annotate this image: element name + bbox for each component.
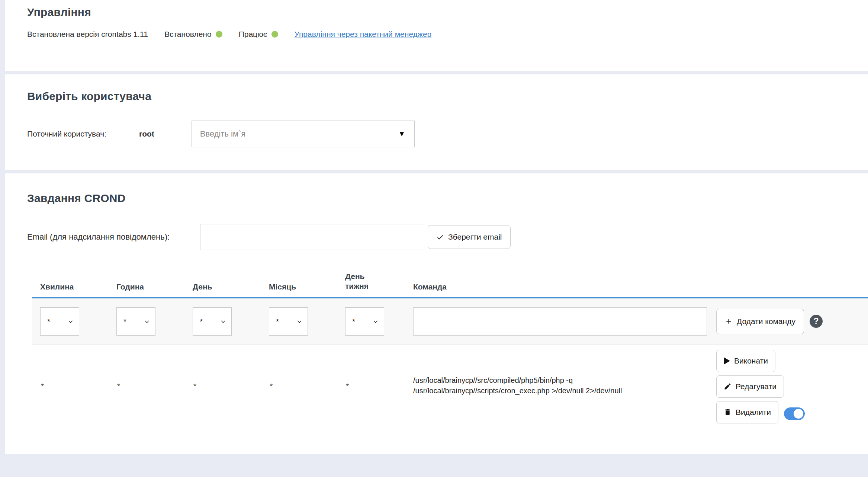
run-task-button-label: Виконати xyxy=(734,356,768,365)
command-input[interactable] xyxy=(413,307,707,336)
header-month: Місяць xyxy=(261,272,337,297)
select-user-panel: Виберіть користувача Поточний користувач… xyxy=(5,74,868,170)
current-user-row: Поточний користувач: root Введіть ім`я ▼ xyxy=(27,121,868,147)
email-input[interactable] xyxy=(200,224,423,250)
running-status-label: Працює xyxy=(239,30,267,39)
minute-select[interactable]: * xyxy=(40,307,79,336)
play-icon xyxy=(724,357,730,365)
cron-table: Хвилина Година День Місяць День тижня Ко… xyxy=(32,272,867,429)
running-status-dot-icon xyxy=(271,31,278,38)
installed-version-label: Встановлена версія crontabs 1.11 xyxy=(27,30,148,39)
save-email-button-label: Зберегти email xyxy=(448,233,502,241)
header-day: День xyxy=(184,272,261,297)
task-command-value: /usr/local/brainycp//src/compiled/php5/b… xyxy=(413,345,716,429)
save-email-button[interactable]: Зберегти email xyxy=(428,225,511,249)
new-task-weekday-cell: * xyxy=(337,298,413,345)
installed-status-label: Встановлено xyxy=(164,30,212,39)
help-icon[interactable]: ? xyxy=(810,315,823,328)
header-hour: Година xyxy=(108,272,184,297)
current-user-label: Поточний користувач: xyxy=(27,129,106,138)
new-task-day-cell: * xyxy=(184,298,261,345)
user-select-placeholder: Введіть ім`я xyxy=(200,129,398,139)
chevron-down-icon xyxy=(220,318,226,324)
edit-task-button[interactable]: Редагувати xyxy=(716,375,784,398)
email-label: Email (для надсилання повідомлень): xyxy=(27,232,200,242)
new-task-minute-cell: * xyxy=(32,298,108,345)
task-minute-value: * xyxy=(32,345,108,429)
task-actions-cell: Виконати Редагувати Видалити xyxy=(716,345,868,429)
day-select[interactable]: * xyxy=(193,307,232,336)
management-status-row: Встановлена версія crontabs 1.11 Встанов… xyxy=(27,30,868,39)
header-weekday: День тижня xyxy=(337,272,413,297)
task-weekday-value: * xyxy=(337,345,413,429)
current-user-value: root xyxy=(139,129,154,138)
chevron-down-icon xyxy=(296,318,302,324)
caret-down-icon: ▼ xyxy=(398,130,405,138)
delete-task-button[interactable]: Видалити xyxy=(716,401,778,423)
add-command-button-label: Додати команду xyxy=(737,317,795,326)
header-actions-spacer xyxy=(716,272,868,297)
crond-title: Завдання CROND xyxy=(27,192,868,205)
month-select[interactable]: * xyxy=(269,307,308,336)
select-user-title: Виберіть користувача xyxy=(27,90,868,103)
trash-icon xyxy=(724,408,732,416)
management-title: Управління xyxy=(27,6,868,19)
email-row: Email (для надсилання повідомлень): Збер… xyxy=(27,224,868,250)
installed-status: Встановлено xyxy=(164,30,222,39)
new-task-command-cell xyxy=(413,298,716,345)
run-task-button[interactable]: Виконати xyxy=(716,350,775,372)
new-task-month-cell: * xyxy=(261,298,337,345)
edit-task-button-label: Редагувати xyxy=(736,382,777,391)
task-month-value: * xyxy=(261,345,337,429)
hour-select[interactable]: * xyxy=(116,307,155,336)
chevron-down-icon xyxy=(68,318,74,324)
crond-tasks-panel: Завдання CROND Email (для надсилання пов… xyxy=(5,173,868,454)
chevron-down-icon xyxy=(144,318,150,324)
new-task-hour-cell: * xyxy=(108,298,184,345)
user-select-dropdown[interactable]: Введіть ім`я ▼ xyxy=(192,121,415,147)
task-enabled-toggle[interactable] xyxy=(784,407,805,420)
add-command-button[interactable]: Додати команду xyxy=(716,309,804,334)
plus-icon xyxy=(725,317,733,325)
package-manager-link[interactable]: Управління через пакетний менеджер xyxy=(295,30,432,39)
management-panel: Управління Встановлена версія crontabs 1… xyxy=(5,0,868,71)
task-hour-value: * xyxy=(108,345,184,429)
header-command: Команда xyxy=(413,272,716,297)
task-day-value: * xyxy=(184,345,261,429)
new-task-actions-cell: Додати команду ? xyxy=(716,298,868,345)
toggle-knob xyxy=(794,409,803,419)
weekday-select[interactable]: * xyxy=(345,307,384,336)
pencil-icon xyxy=(724,382,732,390)
check-icon xyxy=(436,233,444,241)
header-minute: Хвилина xyxy=(32,272,108,297)
delete-task-button-label: Видалити xyxy=(736,408,771,417)
installed-status-dot-icon xyxy=(216,31,222,38)
running-status: Працює xyxy=(239,30,278,39)
chevron-down-icon xyxy=(373,318,379,324)
